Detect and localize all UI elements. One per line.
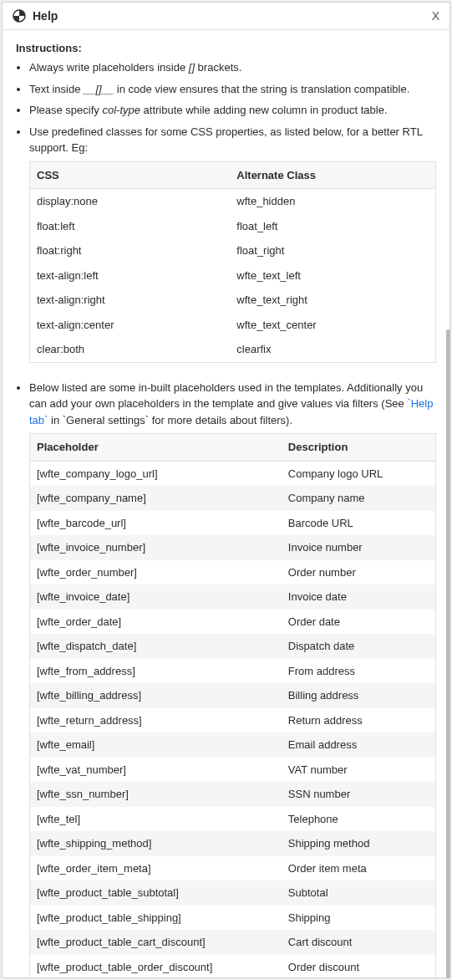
table-row: [wfte_product_table_shipping]Shipping — [30, 906, 436, 931]
close-button[interactable]: X — [432, 9, 439, 23]
table-row: [wfte_company_logo_url]Company logo URL — [30, 461, 436, 486]
cell: Subtotal — [282, 880, 436, 906]
cell: [wfte_product_table_shipping] — [30, 906, 282, 931]
cell: [wfte_order_number] — [30, 560, 282, 585]
cell: float:right — [30, 238, 231, 263]
cell: Order discount — [282, 955, 436, 978]
table-row: [wfte_from_address]From address — [30, 659, 436, 684]
panel-header: Help X — [3, 3, 449, 30]
table-row: [wfte_order_date]Order date — [30, 610, 436, 635]
cell: text-align:center — [30, 313, 231, 338]
help-panel: Help X Instructions: Always write placeh… — [2, 2, 450, 978]
cell: [wfte_ssn_number] — [30, 782, 282, 807]
table-row: [wfte_product_table_cart_discount]Cart d… — [30, 930, 436, 955]
instruction-item: Text inside __[]__ in code view ensures … — [29, 81, 436, 98]
cell: Invoice number — [282, 535, 436, 560]
cell: Return address — [282, 708, 436, 733]
panel-content: Instructions: Always write placeholders … — [3, 30, 449, 977]
text: in `General settings` for more details a… — [48, 414, 292, 426]
cell: wfte_text_left — [230, 263, 435, 288]
help-icon — [13, 9, 26, 23]
table-row: text-align:leftwfte_text_left — [30, 263, 436, 288]
cell: Order date — [282, 610, 436, 635]
cell: Barcode URL — [282, 511, 436, 536]
table-row: float:leftfloat_left — [30, 214, 436, 239]
text: Text inside — [29, 83, 84, 95]
text: attribute while adding new column in pro… — [140, 104, 388, 116]
instruction-item: Please specify col-type attribute while … — [29, 102, 436, 119]
col-header: Description — [282, 434, 436, 462]
cell: float:left — [30, 214, 231, 239]
table-row: [wfte_company_name]Company name — [30, 486, 436, 511]
cell: wfte_text_right — [230, 288, 435, 313]
cell: [wfte_product_table_subtotal] — [30, 880, 282, 906]
cell: clear:both — [30, 337, 231, 362]
col-header: Alternate Class — [230, 161, 435, 189]
col-header: CSS — [30, 161, 231, 189]
table-row: [wfte_product_table_subtotal]Subtotal — [30, 880, 436, 906]
cell: SSN number — [282, 782, 436, 807]
text: Use predefined classes for some CSS prop… — [29, 125, 422, 155]
table-row: clear:bothclearfix — [30, 337, 436, 362]
cell: Company name — [282, 486, 436, 511]
cell: float_left — [230, 214, 435, 239]
cell: Email address — [282, 732, 436, 758]
cell: Invoice date — [282, 584, 436, 610]
table-header-row: CSS Alternate Class — [30, 161, 436, 189]
table-row: [wfte_billing_address]Billing address — [30, 683, 436, 708]
table-row: [wfte_tel]Telephone — [30, 807, 436, 832]
text: brackets. — [195, 61, 241, 74]
table-row: [wfte_order_item_meta]Order item meta — [30, 856, 436, 881]
cell: Dispatch date — [282, 634, 436, 659]
text: Please specify — [29, 104, 102, 116]
cell: [wfte_dispatch_date] — [30, 634, 282, 659]
table-row: [wfte_vat_number]VAT number — [30, 758, 436, 783]
table-row: [wfte_product_table_order_discount]Order… — [30, 955, 436, 978]
table-row: [wfte_email]Email address — [30, 732, 436, 758]
cell: From address — [282, 659, 436, 684]
table-header-row: Placeholder Description — [30, 434, 436, 462]
text-em: __[]__ — [84, 83, 114, 95]
table-row: text-align:rightwfte_text_right — [30, 288, 436, 313]
cell: VAT number — [282, 758, 436, 783]
cell: Telephone — [282, 807, 436, 832]
table-row: [wfte_invoice_date]Invoice date — [30, 584, 436, 610]
cell: Company logo URL — [282, 461, 436, 486]
table-row: display:nonewfte_hidden — [30, 189, 436, 214]
instruction-item: Use predefined classes for some CSS prop… — [29, 124, 436, 363]
instruction-item: Always write placeholders inside [] brac… — [29, 59, 436, 76]
table-row: [wfte_barcode_url]Barcode URL — [30, 511, 436, 536]
table-row: [wfte_shipping_method]Shipping method — [30, 831, 436, 856]
cell: [wfte_email] — [30, 732, 282, 758]
cell: [wfte_from_address] — [30, 659, 282, 684]
cell: Billing address — [282, 683, 436, 708]
col-header: Placeholder — [30, 434, 282, 462]
cell: Order number — [282, 560, 436, 585]
table-row: float:rightfloat_right — [30, 238, 436, 263]
cell: [wfte_barcode_url] — [30, 511, 282, 536]
text: in code view ensures that the string is … — [114, 83, 409, 95]
cell: text-align:right — [30, 288, 231, 313]
cell: Order item meta — [282, 856, 436, 881]
cell: [wfte_product_table_order_discount] — [30, 955, 282, 978]
cell: [wfte_tel] — [30, 807, 282, 832]
table-row: [wfte_invoice_number]Invoice number — [30, 535, 436, 560]
text: Below listed are some in-built placehold… — [29, 381, 423, 411]
scrollbar-thumb[interactable] — [446, 329, 450, 978]
cell: [wfte_shipping_method] — [30, 831, 282, 856]
cell: [wfte_order_item_meta] — [30, 856, 282, 881]
table-row: [wfte_order_number]Order number — [30, 560, 436, 585]
cell: wfte_text_center — [230, 313, 435, 338]
text: Always write placeholders inside — [29, 61, 189, 74]
css-table: CSS Alternate Class display:nonewfte_hid… — [29, 161, 436, 363]
cell: [wfte_order_date] — [30, 610, 282, 635]
cell: wfte_hidden — [230, 189, 435, 214]
cell: display:none — [30, 189, 231, 214]
panel-title: Help — [33, 9, 432, 23]
placeholder-table: Placeholder Description [wfte_company_lo… — [29, 433, 436, 977]
placeholder-section: Below listed are some in-built placehold… — [16, 380, 436, 978]
cell: [wfte_billing_address] — [30, 683, 282, 708]
cell: text-align:left — [30, 263, 231, 288]
cell: [wfte_vat_number] — [30, 758, 282, 783]
scrollbar[interactable] — [446, 2, 450, 978]
